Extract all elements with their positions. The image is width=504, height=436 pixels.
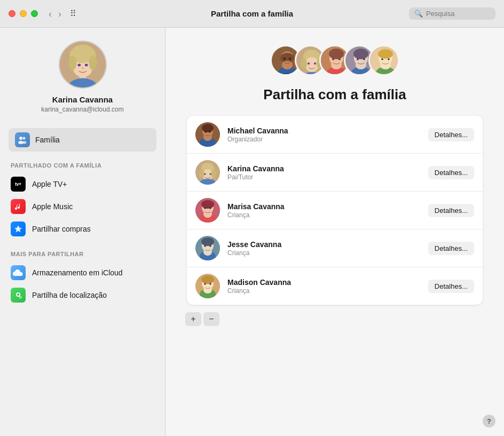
svg-point-17	[17, 294, 19, 296]
svg-point-45	[353, 49, 368, 59]
profile-name: Karina Cavanna	[52, 95, 113, 104]
details-button-4[interactable]: Detalhes...	[428, 242, 474, 255]
svg-point-31	[301, 58, 307, 69]
svg-point-68	[211, 170, 216, 178]
svg-point-35	[314, 62, 316, 65]
profile-section: Karina Cavanna karina_cavanna@icloud.com	[9, 41, 156, 126]
svg-point-13	[23, 137, 26, 140]
svg-point-41	[332, 58, 334, 60]
svg-point-40	[331, 61, 342, 69]
table-row: Michael Cavanna Organizador Detalhes...	[187, 116, 483, 154]
help-button[interactable]: ?	[483, 415, 495, 427]
member-info-2: Karina Cavanna Pai/Tutor	[227, 164, 421, 181]
svg-point-54	[380, 61, 391, 69]
svg-point-12	[19, 137, 22, 140]
main-panel: Partilha com a família	[166, 28, 504, 436]
appstore-icon	[11, 221, 26, 236]
add-member-button[interactable]: +	[185, 312, 201, 326]
member-avatar-4	[195, 236, 220, 260]
main-title: Partilha com a família	[263, 86, 406, 103]
member-avatar-3	[195, 198, 220, 223]
sidebar-item-appletv-label: Apple TV+	[32, 180, 67, 188]
svg-point-90	[203, 286, 212, 294]
svg-point-74	[201, 200, 214, 209]
member-avatar-2	[195, 160, 220, 185]
svg-point-24	[282, 61, 293, 69]
member-role-4: Criança	[227, 249, 421, 257]
member-info-4: Jesse Cavanna Criança	[227, 240, 421, 257]
svg-point-77	[204, 207, 206, 209]
details-button-5[interactable]: Detalhes...	[428, 280, 474, 293]
familia-icon	[15, 132, 30, 147]
svg-point-71	[209, 173, 211, 175]
sidebar-item-partilharcompras[interactable]: Partilhar compras	[9, 218, 156, 240]
svg-point-25	[284, 58, 286, 60]
icloud-icon	[11, 265, 26, 280]
search-input[interactable]	[426, 10, 490, 18]
search-box[interactable]: 🔍	[409, 7, 495, 20]
section-more-label: MAIS PARA PARTILHAR	[9, 251, 156, 257]
titlebar: ‹ › ⠿ Partilha com a família 🔍	[0, 0, 504, 28]
member-role-5: Criança	[227, 287, 421, 295]
content-area: Karina Cavanna karina_cavanna@icloud.com…	[0, 28, 504, 436]
member-info-3: Marisa Cavanna Criança	[227, 202, 421, 219]
svg-point-6	[68, 56, 76, 70]
sidebar-item-appletv[interactable]: tv+ Apple TV+	[9, 173, 156, 195]
svg-point-49	[363, 58, 365, 60]
svg-point-34	[308, 62, 310, 65]
forward-button[interactable]: ›	[56, 8, 64, 20]
grid-button[interactable]: ⠿	[68, 7, 78, 20]
sidebar-item-applemusic-label: Apple Music	[32, 202, 73, 211]
maximize-button[interactable]	[31, 10, 38, 17]
member-name-5: Madison Cavanna	[227, 278, 421, 287]
details-button-3[interactable]: Detalhes...	[428, 204, 474, 217]
back-button[interactable]: ‹	[46, 8, 54, 20]
traffic-lights	[9, 10, 38, 17]
search-icon: 🔍	[414, 10, 423, 18]
svg-point-76	[203, 210, 212, 218]
details-button-1[interactable]: Detalhes...	[428, 128, 474, 141]
sidebar-item-familia[interactable]: Família	[9, 128, 156, 152]
member-avatar-1	[195, 122, 220, 147]
minimize-button[interactable]	[20, 10, 27, 17]
svg-point-67	[199, 170, 204, 178]
svg-point-26	[289, 58, 291, 60]
svg-point-56	[388, 58, 390, 60]
svg-point-85	[209, 245, 211, 247]
remove-member-button[interactable]: −	[203, 312, 219, 326]
svg-point-81	[201, 237, 214, 246]
svg-point-19	[20, 297, 21, 298]
svg-point-61	[203, 133, 212, 141]
section-shared-label: PARTILHADO COM A FAMÍLIA	[9, 162, 156, 169]
svg-point-88	[201, 275, 214, 284]
nav-buttons: ‹ ›	[46, 8, 64, 20]
sidebar-item-applemusic[interactable]: Apple Music	[9, 195, 156, 218]
svg-point-48	[357, 58, 359, 60]
svg-point-30	[305, 57, 319, 72]
svg-point-78	[209, 207, 211, 209]
sidebar: Karina Cavanna karina_cavanna@icloud.com…	[0, 28, 166, 436]
sidebar-item-icloud[interactable]: Armazenamento em iCloud	[9, 261, 156, 284]
member-name-1: Michael Cavanna	[227, 126, 421, 135]
table-row: Madison Cavanna Criança Detalhes...	[187, 267, 483, 305]
svg-point-91	[204, 283, 206, 284]
familia-label: Família	[35, 136, 60, 144]
details-button-2[interactable]: Detalhes...	[428, 166, 474, 179]
sidebar-item-findmy[interactable]: Partilha de localização	[9, 284, 156, 306]
close-button[interactable]	[9, 10, 15, 17]
member-info-5: Madison Cavanna Criança	[227, 278, 421, 295]
svg-point-92	[209, 283, 211, 284]
member-info-1: Michael Cavanna Organizador	[227, 126, 421, 143]
member-avatar-5	[195, 274, 220, 298]
sidebar-item-findmy-label: Partilha de localização	[32, 291, 107, 299]
applemusic-icon	[11, 199, 26, 214]
svg-point-7	[89, 56, 97, 70]
action-buttons: + −	[185, 312, 219, 326]
svg-point-9	[84, 64, 88, 67]
svg-point-55	[381, 58, 383, 60]
family-avatar-5	[368, 45, 399, 76]
svg-point-10	[82, 67, 84, 69]
member-name-3: Marisa Cavanna	[227, 202, 421, 211]
findmy-icon	[11, 288, 26, 303]
svg-point-62	[204, 131, 206, 132]
